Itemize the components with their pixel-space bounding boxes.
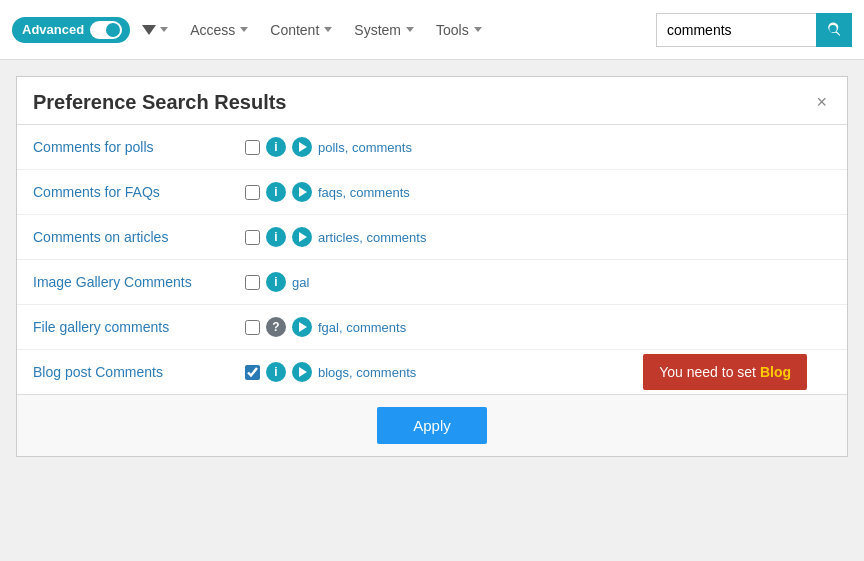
info-icon-comments-faqs[interactable]: i — [266, 182, 286, 202]
result-row: File gallery comments?fgal, comments — [17, 305, 847, 350]
result-controls-blog-post-comments: iblogs, comments — [245, 362, 416, 382]
nav-item-content-label: Content — [270, 22, 319, 38]
checkbox-comments-polls[interactable] — [245, 140, 260, 155]
search-input[interactable] — [656, 13, 816, 47]
result-controls-file-gallery-comments: ?fgal, comments — [245, 317, 406, 337]
tag-link-comments[interactable]: comments — [346, 320, 406, 335]
question-icon-file-gallery-comments[interactable]: ? — [266, 317, 286, 337]
close-button[interactable]: × — [812, 92, 831, 113]
tags-comments-polls: polls, comments — [318, 140, 412, 155]
toggle-knob — [90, 21, 122, 39]
result-label-image-gallery-comments: Image Gallery Comments — [33, 274, 233, 290]
result-label-file-gallery-comments: File gallery comments — [33, 319, 233, 335]
tag-link-comments[interactable]: comments — [366, 230, 426, 245]
info-icon-image-gallery-comments[interactable]: i — [266, 272, 286, 292]
dialog-header: Preference Search Results × — [17, 77, 847, 125]
play-icon-file-gallery-comments[interactable] — [292, 317, 312, 337]
play-icon-blog-post-comments[interactable] — [292, 362, 312, 382]
search-button[interactable] — [816, 13, 852, 47]
tags-comments-articles: articles, comments — [318, 230, 426, 245]
nav-item-system-label: System — [354, 22, 401, 38]
top-nav: Advanced Access Content System Tools — [0, 0, 864, 60]
tag-link-comments[interactable]: comments — [352, 140, 412, 155]
result-row: Image Gallery Commentsigal — [17, 260, 847, 305]
result-row: Comments for FAQsifaqs, comments — [17, 170, 847, 215]
info-icon-comments-polls[interactable]: i — [266, 137, 286, 157]
checkbox-comments-faqs[interactable] — [245, 185, 260, 200]
play-triangle-comments-articles — [299, 232, 307, 242]
tags-file-gallery-comments: fgal, comments — [318, 320, 406, 335]
result-label-comments-polls: Comments for polls — [33, 139, 233, 155]
access-chevron-icon — [240, 27, 248, 32]
result-label-comments-faqs: Comments for FAQs — [33, 184, 233, 200]
play-icon-comments-faqs[interactable] — [292, 182, 312, 202]
apply-button[interactable]: Apply — [377, 407, 487, 444]
checkbox-image-gallery-comments[interactable] — [245, 275, 260, 290]
nav-item-system[interactable]: System — [344, 16, 424, 44]
filter-button[interactable] — [136, 21, 174, 39]
tools-chevron-icon — [474, 27, 482, 32]
checkbox-blog-post-comments[interactable] — [245, 365, 260, 380]
filter-icon — [142, 25, 156, 35]
tooltip-highlight: Blog — [760, 364, 791, 380]
tooltip-blog-post-comments: You need to set Blog — [643, 354, 807, 390]
advanced-toggle[interactable]: Advanced — [12, 17, 130, 43]
info-icon-comments-articles[interactable]: i — [266, 227, 286, 247]
play-icon-comments-polls[interactable] — [292, 137, 312, 157]
nav-item-content[interactable]: Content — [260, 16, 342, 44]
result-label-comments-articles: Comments on articles — [33, 229, 233, 245]
dialog: Preference Search Results × Comments for… — [16, 76, 848, 457]
play-triangle-file-gallery-comments — [299, 322, 307, 332]
result-controls-comments-articles: iarticles, comments — [245, 227, 426, 247]
result-row: Comments for pollsipolls, comments — [17, 125, 847, 170]
result-controls-comments-polls: ipolls, comments — [245, 137, 412, 157]
play-triangle-comments-faqs — [299, 187, 307, 197]
tag-link-gal[interactable]: gal — [292, 275, 309, 290]
tags-image-gallery-comments: gal — [292, 275, 309, 290]
dialog-footer: Apply — [17, 394, 847, 456]
dialog-body[interactable]: Comments for pollsipolls, commentsCommen… — [17, 125, 847, 394]
dialog-title: Preference Search Results — [33, 91, 286, 114]
result-label-blog-post-comments: Blog post Comments — [33, 364, 233, 380]
play-icon-comments-articles[interactable] — [292, 227, 312, 247]
tag-link-blogs[interactable]: blogs — [318, 365, 349, 380]
tag-link-fgal[interactable]: fgal — [318, 320, 339, 335]
nav-menu: Access Content System Tools — [180, 16, 650, 44]
info-icon-blog-post-comments[interactable]: i — [266, 362, 286, 382]
nav-item-access[interactable]: Access — [180, 16, 258, 44]
nav-item-tools[interactable]: Tools — [426, 16, 492, 44]
tags-comments-faqs: faqs, comments — [318, 185, 410, 200]
filter-chevron-icon — [160, 27, 168, 32]
nav-item-access-label: Access — [190, 22, 235, 38]
content-chevron-icon — [324, 27, 332, 32]
checkbox-file-gallery-comments[interactable] — [245, 320, 260, 335]
result-row: Blog post Commentsiblogs, commentsYou ne… — [17, 350, 847, 394]
play-triangle-comments-polls — [299, 142, 307, 152]
main-content: Preference Search Results × Comments for… — [0, 60, 864, 561]
search-icon — [826, 22, 842, 38]
nav-item-tools-label: Tools — [436, 22, 469, 38]
tag-link-polls[interactable]: polls — [318, 140, 345, 155]
system-chevron-icon — [406, 27, 414, 32]
search-area — [656, 13, 852, 47]
tags-blog-post-comments: blogs, comments — [318, 365, 416, 380]
checkbox-comments-articles[interactable] — [245, 230, 260, 245]
play-triangle-blog-post-comments — [299, 367, 307, 377]
result-controls-comments-faqs: ifaqs, comments — [245, 182, 410, 202]
tag-link-faqs[interactable]: faqs — [318, 185, 343, 200]
advanced-label: Advanced — [22, 22, 84, 37]
tag-link-comments[interactable]: comments — [350, 185, 410, 200]
tag-link-articles[interactable]: articles — [318, 230, 359, 245]
result-controls-image-gallery-comments: igal — [245, 272, 309, 292]
tag-link-comments[interactable]: comments — [356, 365, 416, 380]
result-row: Comments on articlesiarticles, comments — [17, 215, 847, 260]
